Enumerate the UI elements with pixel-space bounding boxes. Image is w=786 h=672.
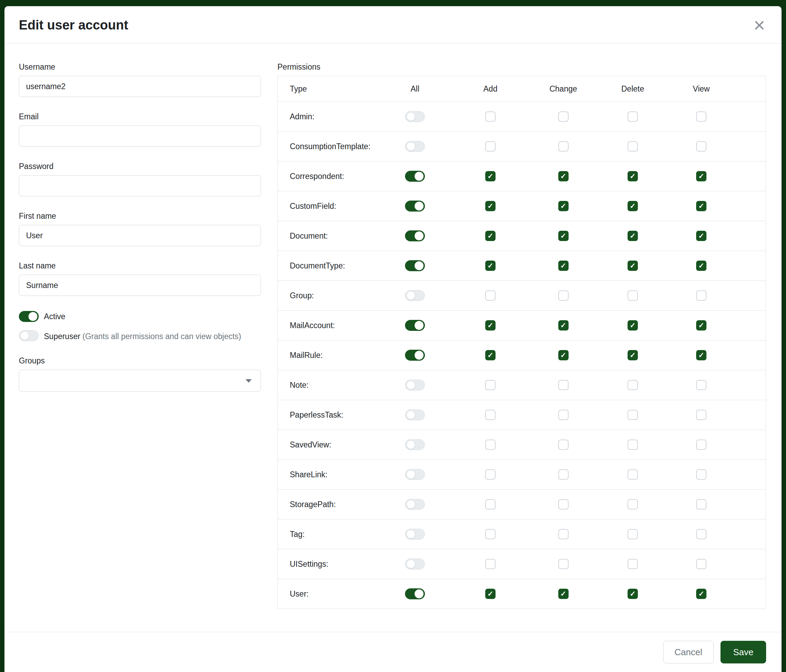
last-name-input[interactable] (19, 275, 261, 296)
permission-all-toggle[interactable] (405, 171, 425, 182)
permission-change-checkbox[interactable]: ✓ (558, 559, 569, 569)
permission-add-checkbox[interactable]: ✓ (485, 171, 495, 181)
permission-all-toggle[interactable] (405, 141, 425, 152)
save-button[interactable]: Save (720, 641, 766, 663)
username-input[interactable] (19, 76, 261, 97)
permission-add-checkbox[interactable]: ✓ (485, 231, 495, 241)
permission-view-checkbox[interactable]: ✓ (696, 171, 706, 181)
permission-all-toggle[interactable] (405, 529, 425, 540)
permission-change-checkbox[interactable]: ✓ (558, 499, 569, 509)
permission-view-checkbox[interactable]: ✓ (696, 469, 706, 480)
permission-change-checkbox[interactable]: ✓ (558, 320, 569, 331)
permission-row: CustomField:✓✓✓✓ (278, 191, 766, 221)
permission-view-checkbox[interactable]: ✓ (696, 290, 706, 301)
permission-add-checkbox[interactable]: ✓ (485, 320, 495, 331)
first-name-input[interactable] (19, 225, 261, 246)
permission-delete-checkbox[interactable]: ✓ (627, 231, 638, 241)
permission-delete-checkbox[interactable]: ✓ (627, 529, 638, 539)
permission-change-checkbox[interactable]: ✓ (558, 261, 569, 271)
permission-view-checkbox[interactable]: ✓ (696, 529, 706, 539)
permission-view-checkbox[interactable]: ✓ (696, 350, 706, 360)
permission-add-checkbox[interactable]: ✓ (485, 290, 495, 301)
cancel-button[interactable]: Cancel (663, 641, 714, 663)
permission-delete-checkbox[interactable]: ✓ (627, 499, 638, 509)
permission-add-checkbox[interactable]: ✓ (485, 589, 495, 599)
permission-delete-checkbox[interactable]: ✓ (627, 201, 638, 211)
permission-change-checkbox[interactable]: ✓ (558, 141, 569, 152)
permission-all-toggle[interactable] (405, 231, 425, 241)
permission-change-checkbox[interactable]: ✓ (558, 529, 569, 539)
toggle-knob (415, 261, 423, 270)
permission-delete-checkbox[interactable]: ✓ (627, 290, 638, 301)
permission-change-checkbox[interactable]: ✓ (558, 290, 569, 301)
permission-view-checkbox[interactable]: ✓ (696, 261, 706, 271)
permission-all-toggle[interactable] (405, 439, 425, 450)
permission-add-checkbox[interactable]: ✓ (485, 350, 495, 360)
permission-view-checkbox[interactable]: ✓ (696, 111, 706, 122)
permission-delete-checkbox[interactable]: ✓ (627, 171, 638, 181)
permission-add-checkbox[interactable]: ✓ (485, 380, 495, 390)
password-input[interactable] (19, 175, 261, 196)
permission-change-checkbox[interactable]: ✓ (558, 201, 569, 211)
active-toggle[interactable] (19, 311, 39, 322)
permission-add-checkbox[interactable]: ✓ (485, 201, 495, 211)
permission-all-toggle[interactable] (405, 201, 425, 212)
permission-add-checkbox[interactable]: ✓ (485, 440, 495, 450)
permission-delete-checkbox[interactable]: ✓ (627, 440, 638, 450)
permission-add-checkbox[interactable]: ✓ (485, 261, 495, 271)
username-field-group: Username (19, 63, 261, 97)
permission-view-checkbox[interactable]: ✓ (696, 380, 706, 390)
permission-change-checkbox[interactable]: ✓ (558, 410, 569, 420)
superuser-toggle[interactable] (19, 330, 39, 341)
permission-all-toggle[interactable] (405, 290, 425, 301)
permission-all-toggle[interactable] (405, 499, 425, 510)
permission-change-checkbox[interactable]: ✓ (558, 589, 569, 599)
permission-all-toggle[interactable] (405, 469, 425, 480)
permission-add-checkbox[interactable]: ✓ (485, 469, 495, 480)
permission-view-checkbox[interactable]: ✓ (696, 440, 706, 450)
permission-view-checkbox[interactable]: ✓ (696, 201, 706, 211)
permission-delete-checkbox[interactable]: ✓ (627, 141, 638, 152)
permission-delete-checkbox[interactable]: ✓ (627, 469, 638, 480)
permission-all-toggle[interactable] (405, 380, 425, 391)
email-input[interactable] (19, 126, 261, 147)
permission-delete-checkbox[interactable]: ✓ (627, 410, 638, 420)
permission-add-checkbox[interactable]: ✓ (485, 410, 495, 420)
groups-select[interactable] (19, 370, 261, 391)
permission-add-checkbox[interactable]: ✓ (485, 111, 495, 122)
permission-delete-checkbox[interactable]: ✓ (627, 111, 638, 122)
toggle-knob (406, 559, 415, 568)
permission-delete-checkbox[interactable]: ✓ (627, 559, 638, 569)
permission-all-toggle[interactable] (405, 111, 425, 122)
permission-all-toggle[interactable] (405, 409, 425, 420)
permission-delete-checkbox[interactable]: ✓ (627, 589, 638, 599)
permission-all-toggle[interactable] (405, 260, 425, 271)
permission-delete-checkbox[interactable]: ✓ (627, 320, 638, 331)
permission-view-checkbox[interactable]: ✓ (696, 141, 706, 152)
permission-change-checkbox[interactable]: ✓ (558, 469, 569, 480)
permission-change-checkbox[interactable]: ✓ (558, 380, 569, 390)
permission-add-checkbox[interactable]: ✓ (485, 141, 495, 152)
permission-change-checkbox[interactable]: ✓ (558, 440, 569, 450)
permission-add-checkbox[interactable]: ✓ (485, 499, 495, 509)
permission-delete-checkbox[interactable]: ✓ (627, 261, 638, 271)
permission-all-toggle[interactable] (405, 588, 425, 599)
permission-delete-checkbox[interactable]: ✓ (627, 350, 638, 360)
permission-add-checkbox[interactable]: ✓ (485, 529, 495, 539)
permission-all-toggle[interactable] (405, 350, 425, 361)
permission-change-checkbox[interactable]: ✓ (558, 111, 569, 122)
permission-change-checkbox[interactable]: ✓ (558, 231, 569, 241)
permission-add-checkbox[interactable]: ✓ (485, 559, 495, 569)
permission-change-checkbox[interactable]: ✓ (558, 171, 569, 181)
permission-view-checkbox[interactable]: ✓ (696, 589, 706, 599)
permission-view-checkbox[interactable]: ✓ (696, 320, 706, 331)
permission-all-toggle[interactable] (405, 320, 425, 331)
permission-change-checkbox[interactable]: ✓ (558, 350, 569, 360)
permission-delete-checkbox[interactable]: ✓ (627, 380, 638, 390)
close-icon[interactable]: × (751, 17, 767, 33)
permission-view-checkbox[interactable]: ✓ (696, 559, 706, 569)
permission-view-checkbox[interactable]: ✓ (696, 410, 706, 420)
permission-all-toggle[interactable] (405, 559, 425, 570)
permission-view-checkbox[interactable]: ✓ (696, 499, 706, 509)
permission-view-checkbox[interactable]: ✓ (696, 231, 706, 241)
